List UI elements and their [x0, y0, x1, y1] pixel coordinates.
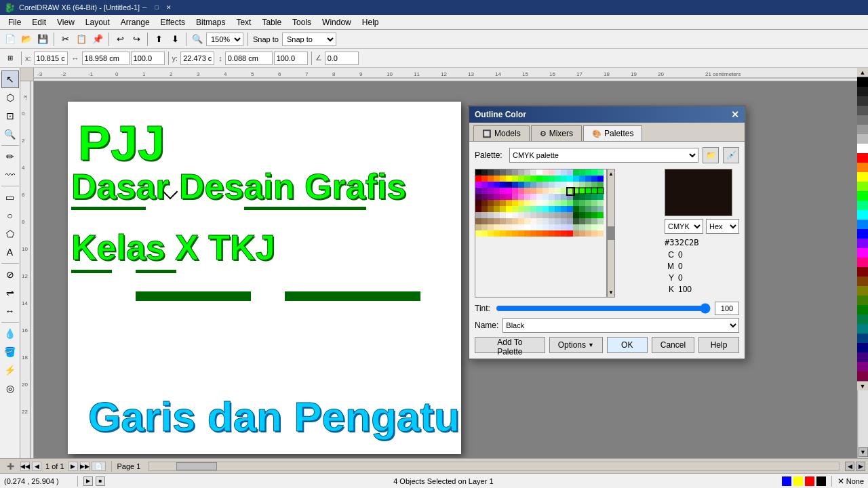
help-btn[interactable]: Help [698, 337, 739, 353]
sw[interactable] [475, 212, 481, 218]
horiz-scrollbar[interactable] [149, 462, 840, 471]
sw[interactable] [506, 200, 512, 206]
sw[interactable] [481, 169, 488, 176]
transparency-tool[interactable]: ◎ [1, 380, 19, 397]
sw[interactable] [488, 212, 494, 218]
sw[interactable] [591, 200, 597, 206]
sw[interactable] [475, 182, 481, 188]
sw[interactable] [488, 200, 494, 206]
sw[interactable] [573, 224, 579, 230]
sw[interactable] [506, 224, 512, 230]
freehand-tool[interactable]: ✏ [1, 148, 19, 165]
sw[interactable] [530, 169, 536, 176]
sw[interactable] [506, 206, 512, 212]
sw[interactable] [524, 212, 530, 218]
tint-slider[interactable] [496, 304, 711, 313]
sw[interactable] [536, 194, 542, 200]
sw[interactable] [512, 188, 518, 194]
sw[interactable] [512, 194, 518, 200]
fill-tool[interactable]: 🪣 [1, 343, 19, 361]
cs-swatch[interactable] [857, 362, 868, 371]
sw[interactable] [561, 218, 567, 224]
sw[interactable] [555, 194, 561, 200]
cs-swatch[interactable] [857, 371, 868, 381]
sw[interactable] [500, 169, 506, 176]
pct1-input[interactable] [131, 52, 165, 65]
sw[interactable] [567, 200, 573, 206]
sw[interactable] [530, 206, 536, 212]
sw[interactable] [512, 169, 518, 176]
select-all-btn[interactable]: ⊞ [3, 51, 18, 66]
sw[interactable] [536, 169, 542, 176]
sw[interactable] [518, 218, 524, 224]
sw[interactable] [488, 218, 494, 224]
model-select[interactable]: CMYK RGB HSB [665, 219, 703, 234]
sw[interactable] [488, 194, 494, 200]
sw[interactable] [536, 230, 542, 237]
sw[interactable] [591, 206, 597, 212]
sw[interactable] [573, 182, 579, 188]
menu-layout[interactable]: Layout [80, 16, 115, 28]
sw[interactable] [542, 224, 549, 230]
sw[interactable] [512, 230, 518, 237]
sw[interactable] [591, 218, 597, 224]
sw[interactable] [579, 176, 585, 182]
sw[interactable] [500, 230, 506, 237]
sw[interactable] [488, 224, 494, 230]
menu-arrange[interactable]: Arrange [115, 16, 155, 28]
sw[interactable] [518, 169, 524, 176]
y-input[interactable] [180, 52, 214, 65]
sw[interactable] [542, 176, 549, 182]
sw[interactable] [542, 182, 549, 188]
sw[interactable] [549, 200, 555, 206]
menu-file[interactable]: File [3, 16, 26, 28]
polygon-tool[interactable]: ⬠ [1, 225, 19, 243]
sw[interactable] [506, 212, 512, 218]
cs-swatch[interactable] [857, 106, 868, 115]
sw[interactable] [555, 200, 561, 206]
sw[interactable] [579, 218, 585, 224]
sw[interactable] [506, 194, 512, 200]
sw[interactable] [530, 224, 536, 230]
sw[interactable] [561, 224, 567, 230]
sw[interactable] [573, 218, 579, 224]
sw[interactable] [585, 194, 591, 200]
prev-page-btn[interactable]: ◀ [32, 462, 41, 471]
sw[interactable] [488, 169, 494, 176]
sw[interactable] [530, 188, 536, 194]
sw[interactable] [524, 218, 530, 224]
sw[interactable] [555, 224, 561, 230]
sw[interactable] [579, 188, 585, 194]
sw[interactable] [536, 212, 542, 218]
last-page-btn[interactable]: ▶▶ [80, 462, 90, 471]
sw[interactable] [597, 188, 604, 194]
sw[interactable] [585, 176, 591, 182]
cs-swatch[interactable] [857, 172, 868, 182]
sw[interactable] [573, 176, 579, 182]
swatch-black[interactable] [475, 169, 481, 176]
sw[interactable] [481, 188, 488, 194]
sw[interactable] [512, 218, 518, 224]
sw[interactable] [585, 169, 591, 176]
sw[interactable] [536, 206, 542, 212]
sw[interactable] [512, 206, 518, 212]
sw[interactable] [512, 176, 518, 182]
zoom-select[interactable]: 150% 100% 200% [206, 33, 243, 46]
snap-select[interactable]: Snap to [282, 33, 336, 46]
sw[interactable] [500, 182, 506, 188]
sw[interactable] [597, 194, 604, 200]
sw[interactable] [518, 224, 524, 230]
sw[interactable] [488, 182, 494, 188]
sw[interactable] [524, 224, 530, 230]
dialog-titlebar[interactable]: Outline Color ✕ [469, 106, 745, 123]
zoom-tool[interactable]: 🔍 [1, 125, 19, 143]
sw[interactable] [512, 200, 518, 206]
sw[interactable] [530, 194, 536, 200]
sw[interactable] [555, 182, 561, 188]
sw[interactable] [494, 224, 500, 230]
sw[interactable] [573, 230, 579, 237]
color-swatch-1[interactable] [782, 476, 791, 486]
sw[interactable] [567, 206, 573, 212]
sw[interactable] [591, 176, 597, 182]
sw[interactable] [494, 212, 500, 218]
